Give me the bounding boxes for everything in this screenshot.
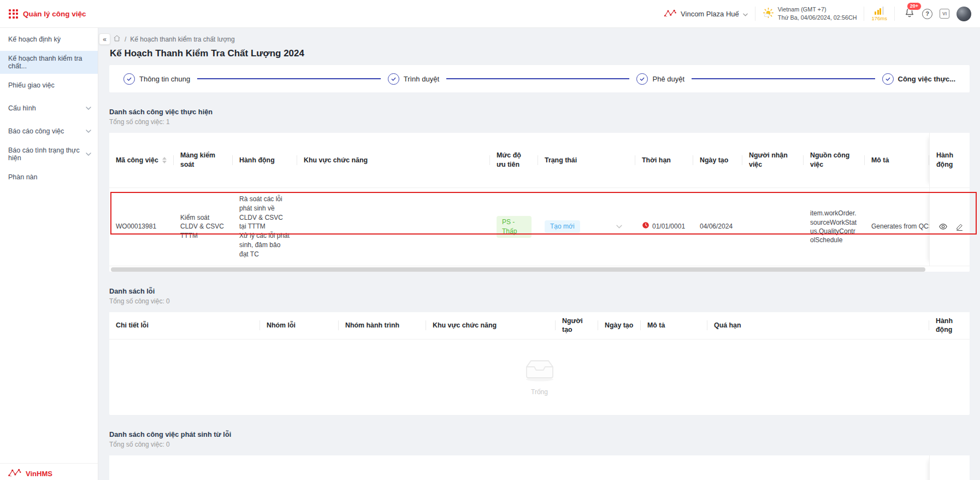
signal-bars-icon <box>875 7 884 15</box>
sidebar-item-label: Phàn nàn <box>8 173 38 181</box>
chevron-down-icon <box>86 153 91 156</box>
check-circle-icon <box>636 73 648 85</box>
sort-icon[interactable] <box>162 157 167 163</box>
org-name: Vincom Plaza Huế <box>681 10 739 18</box>
column-header: Ngày tạo <box>598 312 641 339</box>
step-label: Trình duyệt <box>404 75 439 83</box>
section-subtitle: Tổng số công việc: 1 <box>109 118 970 126</box>
edit-pencil-icon[interactable] <box>955 223 964 231</box>
sidebar-item-phan-nan[interactable]: Phàn nàn <box>0 166 98 189</box>
column-header: Nhóm lỗi <box>339 455 423 480</box>
sidebar-item-phieu-giao-viec[interactable]: Phiếu giao việc <box>0 74 98 97</box>
check-circle-icon <box>882 73 894 85</box>
step-label: Phê duyệt <box>652 75 684 83</box>
weather-sun-icon <box>763 7 774 21</box>
empty-state: Trống <box>109 339 970 415</box>
sidebar-item-cau-hinh[interactable]: Cấu hình <box>0 97 98 120</box>
cell-deadline: 01/01/0001 <box>635 188 693 266</box>
page-title: Kế Hoạch Thanh Kiểm Tra Chất Lượng 2024 <box>110 48 970 59</box>
divider <box>755 7 755 21</box>
language-switcher[interactable]: VI <box>940 9 949 19</box>
user-avatar[interactable] <box>957 7 971 21</box>
app-brand[interactable]: Quản lý công việc <box>9 9 86 19</box>
scrollbar-thumb[interactable] <box>111 267 925 272</box>
column-header: Mức độ ưu tiên <box>490 133 538 188</box>
timezone-label: Vietnam (GMT +7) <box>778 6 857 13</box>
cell-action: Rà soát các lỗi phát sinh về CLDV & CSVC… <box>233 188 297 266</box>
notifications-button[interactable]: 20+ <box>904 7 915 21</box>
status-badge[interactable]: Tạo mới <box>545 220 580 233</box>
cell-work-source: item.workOrder.sourceWorkStatus.QualityC… <box>804 188 865 266</box>
check-circle-icon <box>388 73 399 85</box>
column-header: Chi tiết lỗi <box>109 312 260 339</box>
section-title: Danh sách lỗi <box>109 287 970 295</box>
cell-assignee <box>742 188 804 266</box>
collapse-sidebar-button[interactable]: « <box>99 33 110 45</box>
column-header: Thời hạn <box>635 133 693 188</box>
column-header: Người tạo <box>836 455 877 480</box>
column-header: Hành động <box>233 133 297 188</box>
sidebar-item-bao-cao-tinh-trang[interactable]: Báo cáo tình trạng thực hiện <box>0 143 98 166</box>
column-header-actions: Hành động <box>929 455 970 480</box>
derived-table: Mã công việc Chi tiết lỗi Nhóm lỗi Nhóm … <box>109 455 970 480</box>
column-header: Khu vực chức năng <box>426 312 556 339</box>
org-switcher[interactable]: Vincom Plaza Huế <box>664 9 748 19</box>
section-title: Danh sách công việc phát sinh từ lỗi <box>109 430 970 438</box>
network-status: 176ms <box>871 7 887 21</box>
bell-icon <box>904 11 915 20</box>
cell-work-code: WO00013981 <box>109 188 174 266</box>
step-cong-viec-thuc-hien[interactable]: Công việc thực... <box>882 73 956 85</box>
sidebar-item-bao-cao-cong-viec[interactable]: Báo cáo công việc <box>0 120 98 143</box>
column-header: Nhóm hành trình <box>423 455 500 480</box>
chevron-down-icon[interactable] <box>616 225 622 229</box>
cell-description: Generates from QCS00013 <box>865 188 929 266</box>
divider <box>864 7 864 21</box>
column-header: Nhóm hành trình <box>339 312 426 339</box>
column-header-ma-cong-viec[interactable]: Mã công việc <box>109 133 174 188</box>
sidebar-item-label: Báo cáo tình trạng thực hiện <box>8 147 86 162</box>
sidebar-item-ke-hoach-dinh-ky[interactable]: Kế hoạch định kỳ <box>0 28 98 51</box>
top-bar: Quản lý công việc Vincom Plaza Huế <box>0 0 980 28</box>
sidebar-item-label: Kế hoạch định kỳ <box>8 36 61 43</box>
horizontal-scrollbar[interactable] <box>111 267 968 272</box>
priority-badge: PS - Thấp <box>497 216 532 238</box>
step-label: Thông tin chung <box>139 75 190 83</box>
table-row[interactable]: WO00013981 Kiểm soát CLDV & CSVC TTTM Rà… <box>109 188 970 266</box>
cell-functional-area <box>297 188 490 266</box>
home-icon[interactable] <box>113 34 121 44</box>
breadcrumb: / Kế hoạch thanh kiểm tra chất lượng <box>109 34 970 44</box>
step-thong-tin-chung[interactable]: Thông tin chung <box>123 73 190 85</box>
step-connector <box>692 78 875 79</box>
step-connector <box>197 78 380 79</box>
vinhms-logo: VinHMS <box>26 470 52 478</box>
step-trinh-duyet[interactable]: Trình duyệt <box>388 73 439 85</box>
section-errors: Danh sách lỗi Tổng số công việc: 0 Chi t… <box>109 287 970 415</box>
column-header: Khu vực chức năng <box>297 133 490 188</box>
app-title: Quản lý công việc <box>23 10 86 18</box>
column-header: Người nhận việc <box>742 133 804 188</box>
stepper: Thông tin chung Trình duyệt Phê duyệt Cô… <box>109 65 970 92</box>
tasks-table: Mã công việc Mảng kiểm soát Hành động Kh… <box>109 133 970 266</box>
check-circle-icon <box>123 73 135 85</box>
main-content: « / Kế hoạch thanh kiểm tra chất lượng K… <box>98 28 980 480</box>
view-eye-icon[interactable] <box>938 222 948 231</box>
apps-grid-icon[interactable] <box>9 9 18 19</box>
section-title: Danh sách công việc thực hiện <box>109 108 970 116</box>
sidebar-item-ke-hoach-thanh-kiem-tra[interactable]: Kế hoạch thanh kiểm tra chất... <box>0 51 98 74</box>
divider <box>894 7 895 21</box>
empty-tray-icon <box>524 358 556 384</box>
help-button[interactable]: ? <box>922 9 932 19</box>
notification-badge: 20+ <box>907 2 922 10</box>
step-phe-duyet[interactable]: Phê duyệt <box>636 73 684 85</box>
cell-control-area: Kiểm soát CLDV & CSVC TTTM <box>174 188 233 266</box>
breadcrumb-separator: / <box>125 36 126 43</box>
breadcrumb-current[interactable]: Kế hoạch thanh kiểm tra chất lượng <box>130 36 234 43</box>
column-header-ma-cong-viec[interactable]: Mã công việc <box>109 455 180 480</box>
topbar-controls: Vincom Plaza Huế Vi <box>664 6 971 21</box>
cell-priority: PS - Thấp <box>490 188 538 266</box>
latency-label: 176ms <box>871 15 887 21</box>
column-header-actions: Hành động <box>929 312 970 339</box>
cell-created-date: 04/06/2024 <box>693 188 742 266</box>
cell-row-actions <box>929 188 970 266</box>
column-header: Trạng thái <box>656 455 792 480</box>
